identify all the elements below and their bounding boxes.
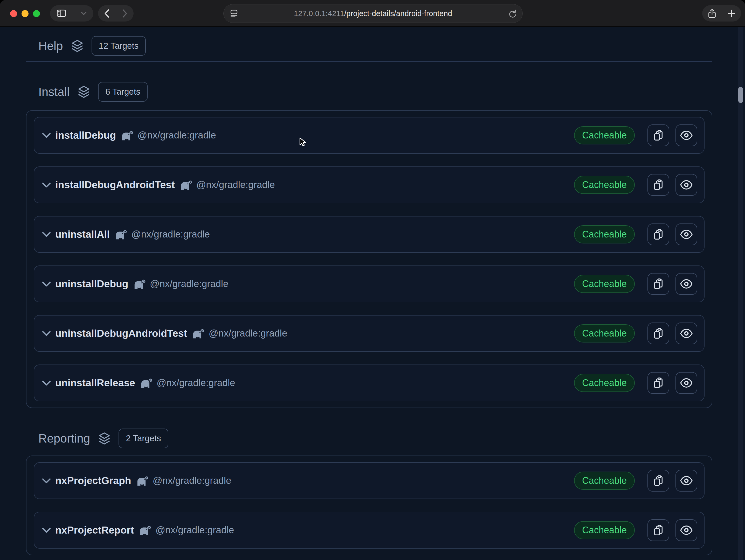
chevron-down-icon[interactable]: [42, 232, 51, 237]
target-row-nxProjectReport[interactable]: nxProjectReport @nx/gradle:gradle Cachea…: [34, 512, 705, 549]
clipboard-copy-icon: [652, 327, 664, 339]
clipboard-copy-icon: [652, 475, 664, 487]
target-name: uninstallAll: [55, 229, 110, 240]
view-button[interactable]: [676, 223, 697, 245]
history-nav-group: [98, 5, 134, 22]
target-row-uninstallDebug[interactable]: uninstallDebug @nx/gradle:gradle Cacheab…: [34, 266, 705, 302]
gradle-elephant-icon: [140, 378, 152, 388]
clipboard-copy-icon: [652, 129, 664, 141]
url-text: 127.0.0.1:4211/project-details/android-f…: [294, 9, 452, 18]
copy-button[interactable]: [647, 273, 669, 295]
forward-button[interactable]: [122, 9, 127, 18]
view-button[interactable]: [676, 322, 697, 344]
view-button[interactable]: [676, 125, 697, 146]
close-window-button[interactable]: [10, 10, 17, 17]
targets-count-badge: 2 Targets: [119, 428, 168, 448]
target-executor: @nx/gradle:gradle: [155, 525, 234, 536]
section-title: Install: [38, 85, 69, 99]
copy-button[interactable]: [647, 174, 669, 196]
page-settings-icon[interactable]: [230, 10, 238, 18]
targets-count-badge: 6 Targets: [98, 82, 148, 102]
layers-icon: [70, 39, 84, 53]
mouse-cursor-icon: [299, 137, 307, 147]
scrollbar-track[interactable]: [738, 27, 743, 560]
eye-icon: [680, 130, 693, 140]
new-tab-button[interactable]: [727, 10, 736, 18]
eye-icon: [680, 525, 693, 535]
eye-icon: [680, 180, 693, 190]
copy-button[interactable]: [647, 125, 669, 146]
reload-icon[interactable]: [508, 9, 517, 18]
chevron-down-icon[interactable]: [42, 331, 51, 336]
target-name: nxProjectGraph: [55, 475, 131, 486]
gradle-elephant-icon: [180, 180, 192, 190]
section-header-help: Help 12 Targets: [26, 36, 712, 56]
target-executor: @nx/gradle:gradle: [137, 130, 216, 141]
chevron-down-icon[interactable]: [42, 478, 51, 484]
address-bar[interactable]: 127.0.0.1:4211/project-details/android-f…: [223, 4, 523, 23]
clipboard-copy-icon: [652, 179, 664, 191]
sidebar-toggle-button[interactable]: [50, 5, 93, 22]
section-header-reporting: Reporting 2 Targets: [26, 428, 712, 449]
gradle-elephant-icon: [133, 279, 145, 289]
target-row-installDebug[interactable]: installDebug @nx/gradle:gradle Cacheable: [34, 117, 705, 154]
cacheable-badge: Cacheable: [574, 324, 635, 343]
install-targets-container: installDebug @nx/gradle:gradle Cacheable…: [26, 110, 712, 408]
back-button[interactable]: [104, 9, 109, 18]
eye-icon: [680, 476, 693, 486]
reporting-targets-container: nxProjectGraph @nx/gradle:gradle Cacheab…: [26, 456, 712, 555]
target-row-uninstallRelease[interactable]: uninstallRelease @nx/gradle:gradle Cache…: [34, 364, 705, 401]
target-name: uninstallRelease: [55, 377, 135, 389]
view-button[interactable]: [676, 174, 697, 196]
view-button[interactable]: [676, 273, 697, 295]
chevron-down-icon[interactable]: [42, 182, 51, 188]
target-row-nxProjectGraph[interactable]: nxProjectGraph @nx/gradle:gradle Cacheab…: [34, 462, 705, 499]
clipboard-copy-icon: [652, 377, 664, 389]
target-executor: @nx/gradle:gradle: [157, 378, 235, 388]
target-name: nxProjectReport: [55, 524, 134, 536]
cacheable-badge: Cacheable: [574, 225, 635, 243]
url-host: 127.0.0.1:4211: [294, 9, 344, 18]
view-button[interactable]: [676, 470, 697, 492]
chevron-down-icon[interactable]: [42, 528, 51, 533]
chevron-down-icon[interactable]: [42, 133, 51, 138]
section-divider: [26, 61, 712, 62]
copy-button[interactable]: [647, 223, 669, 245]
target-row-installDebugAndroidTest[interactable]: installDebugAndroidTest @nx/gradle:gradl…: [34, 167, 705, 203]
sidebar-icon: [57, 10, 66, 17]
copy-button[interactable]: [647, 372, 669, 394]
chevron-down-icon[interactable]: [42, 380, 51, 386]
view-button[interactable]: [676, 372, 697, 394]
minimize-window-button[interactable]: [22, 10, 29, 17]
url-path: /project-details/android-frontend: [344, 9, 452, 18]
eye-icon: [680, 378, 693, 388]
target-executor: @nx/gradle:gradle: [153, 475, 231, 486]
cacheable-badge: Cacheable: [574, 521, 635, 539]
browser-toolbar: 127.0.0.1:4211/project-details/android-f…: [0, 0, 745, 27]
target-executor: @nx/gradle:gradle: [196, 179, 275, 190]
copy-button[interactable]: [647, 470, 669, 492]
target-name: installDebugAndroidTest: [55, 179, 175, 190]
cacheable-badge: Cacheable: [574, 374, 635, 392]
clipboard-copy-icon: [652, 524, 664, 536]
toolbar-actions-group: [702, 5, 741, 22]
target-executor: @nx/gradle:gradle: [150, 278, 229, 289]
gradle-elephant-icon: [139, 525, 151, 536]
cacheable-badge: Cacheable: [574, 275, 635, 293]
share-button[interactable]: [708, 8, 716, 19]
target-row-uninstallDebugAndroidTest[interactable]: uninstallDebugAndroidTest @nx/gradle:gra…: [34, 315, 705, 352]
section-title: Reporting: [38, 431, 90, 445]
project-details-page: Help 12 Targets Install 6 Targets instal…: [0, 27, 745, 560]
zoom-window-button[interactable]: [33, 10, 40, 17]
gradle-elephant-icon: [192, 328, 204, 339]
scrollbar-thumb[interactable]: [738, 87, 743, 103]
copy-button[interactable]: [647, 519, 669, 541]
copy-button[interactable]: [647, 322, 669, 344]
target-row-uninstallAll[interactable]: uninstallAll @nx/gradle:gradle Cacheable: [34, 216, 705, 253]
target-name: uninstallDebugAndroidTest: [55, 328, 187, 339]
target-executor: @nx/gradle:gradle: [208, 328, 287, 339]
chevron-down-icon[interactable]: [42, 281, 51, 287]
chevron-down-icon: [81, 12, 87, 15]
target-name: installDebug: [55, 130, 116, 141]
view-button[interactable]: [676, 519, 697, 541]
